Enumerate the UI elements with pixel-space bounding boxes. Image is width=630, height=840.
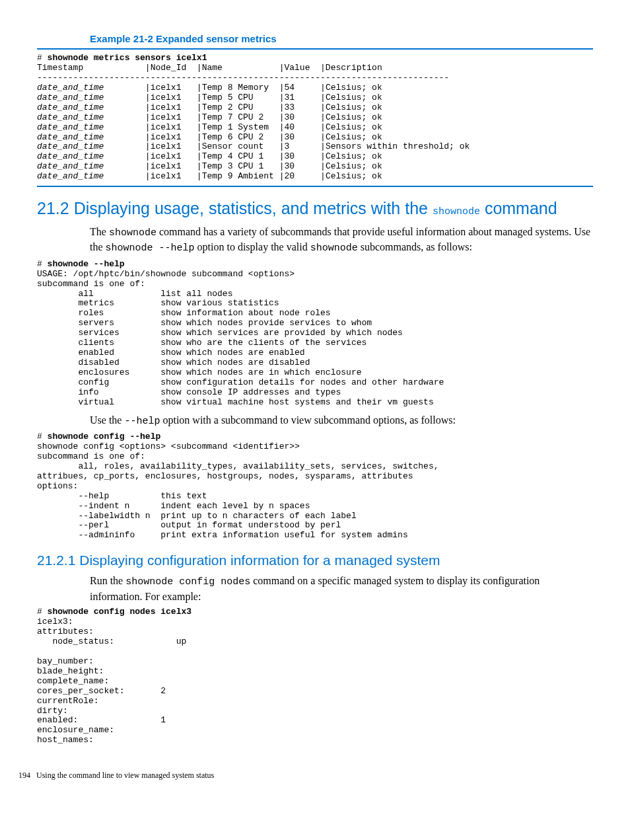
section-title-a: Displaying usage, statistics, and metric… <box>74 199 433 217</box>
section-title-code: shownode <box>433 206 480 217</box>
section-number: 21.2 <box>37 199 69 217</box>
example-title: Example 21-2 Expanded sensor metrics <box>37 33 593 44</box>
help-listing: # shownode --help USAGE: /opt/hptc/bin/s… <box>37 260 593 408</box>
config-help-listing: # shownode config --help shownode config… <box>37 432 593 541</box>
example-box: # shownode metrics sensors icelx1 Timest… <box>37 48 593 187</box>
example-listing: # shownode metrics sensors icelx1 Timest… <box>37 54 593 182</box>
section-title-b: command <box>480 199 557 217</box>
config-nodes-listing: # shownode config nodes icelx3 icelx3: a… <box>37 607 593 745</box>
subsection-para: Run the shownode config nodes command on… <box>37 574 593 603</box>
section-heading: 21.2 Displaying usage, statistics, and m… <box>37 199 593 218</box>
subsection-heading: 21.2.1 Displaying configuration informat… <box>37 553 593 568</box>
subsection-number: 21.2.1 <box>37 553 75 568</box>
subsection-title: Displaying configuration information for… <box>79 553 440 568</box>
page-number: 194 <box>18 771 30 780</box>
page-footer: 194 Using the command line to view manag… <box>0 765 630 781</box>
section-para1: The shownode command has a variety of su… <box>37 225 593 256</box>
footer-text: Using the command line to view managed s… <box>36 771 214 780</box>
section-para2: Use the --help option with a subcommand … <box>37 413 593 428</box>
